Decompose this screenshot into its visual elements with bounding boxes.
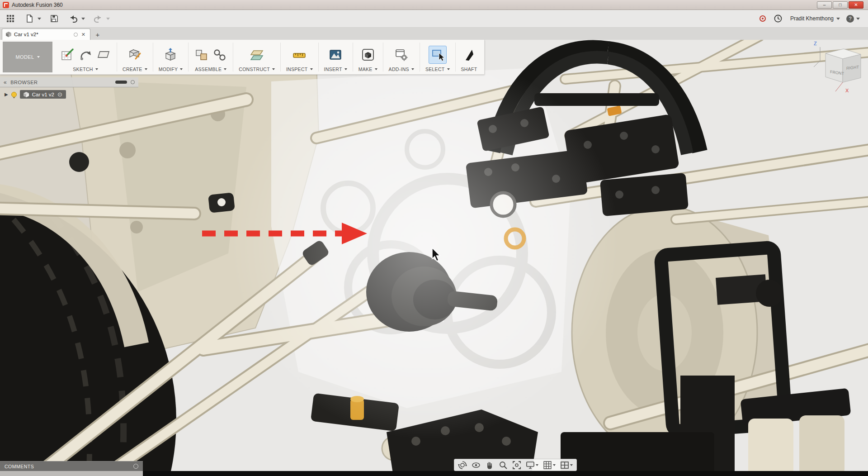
component-label: Car v1 v2: [32, 92, 54, 97]
document-tab-label: Car v1 v2*: [14, 32, 38, 37]
create-sketch-icon[interactable]: [60, 47, 75, 62]
ribbon-group-addins: ADD-INS: [384, 40, 419, 74]
create-solid-icon[interactable]: [127, 47, 142, 62]
workspace-selector[interactable]: MODEL: [3, 42, 52, 72]
expand-arrow-icon[interactable]: ▶: [5, 92, 8, 97]
file-menu-icon[interactable]: [24, 13, 35, 24]
undo-caret-icon[interactable]: [81, 18, 85, 20]
viewcube-axis-z: Z: [814, 41, 817, 46]
browser-tree-item[interactable]: ▶ Car v1 v2 ⊙: [5, 90, 66, 99]
joint-icon[interactable]: [212, 47, 227, 62]
tab-close-icon[interactable]: ✕: [80, 32, 86, 37]
quick-access-toolbar: Pradit Khemthong ?: [0, 10, 868, 28]
ribbon-group-label[interactable]: ASSEMBLE: [195, 67, 226, 72]
undo-icon[interactable]: [67, 13, 79, 24]
dropdown-caret-icon: [411, 68, 414, 70]
ribbon-group-label[interactable]: SHAFT: [461, 67, 477, 72]
browser-collapse-icon[interactable]: «: [4, 79, 7, 86]
help-caret-icon[interactable]: [856, 18, 860, 20]
apps-grid-icon[interactable]: [5, 13, 16, 24]
new-component-icon[interactable]: [194, 47, 209, 62]
shaft-icon[interactable]: [461, 47, 476, 62]
ribbon-group-label[interactable]: ADD-INS: [389, 67, 414, 72]
viewports-icon[interactable]: [560, 461, 573, 470]
fusion360-window: Autodesk Fusion 360 – □ ✕: [0, 0, 868, 476]
select-icon[interactable]: [429, 46, 447, 64]
grid-settings-icon[interactable]: [543, 461, 556, 470]
ribbon-group-sketch: SKETCH: [55, 40, 116, 74]
tab-status-icon: [74, 33, 78, 37]
browser-options-icon[interactable]: [131, 80, 135, 84]
ribbon-group-make: MAKE: [354, 40, 382, 74]
fit-icon[interactable]: [512, 461, 521, 470]
notifications-clock-icon[interactable]: [772, 13, 784, 24]
maximize-button[interactable]: □: [833, 1, 848, 9]
browser-title: BROWSER: [10, 80, 38, 85]
close-button[interactable]: ✕: [849, 1, 863, 9]
fusion-logo-icon: [3, 2, 9, 8]
ribbon-group-label[interactable]: MODIFY: [159, 67, 183, 72]
new-tab-button[interactable]: +: [93, 30, 102, 39]
ribbon-group-create: CREATE: [118, 40, 152, 74]
minimize-button[interactable]: –: [817, 1, 832, 9]
orbit-icon[interactable]: [458, 461, 467, 470]
scripts-addins-icon[interactable]: [394, 47, 409, 62]
document-tab[interactable]: Car v1 v2* ✕: [2, 29, 90, 40]
viewports-caret-icon: [570, 464, 573, 466]
ribbon-group-label[interactable]: CONSTRUCT: [239, 67, 275, 72]
sketch-plane-icon[interactable]: [96, 47, 111, 62]
make-3dprint-icon[interactable]: [360, 47, 376, 62]
viewcube-axis-x: X: [845, 88, 849, 93]
project-geometry-icon[interactable]: [78, 47, 93, 62]
display-settings-caret-icon: [536, 464, 538, 466]
help-icon[interactable]: ?: [846, 15, 854, 23]
press-pull-icon[interactable]: [163, 47, 178, 62]
ribbon-group-assemble: ASSEMBLE: [189, 40, 232, 74]
display-settings-icon[interactable]: [526, 461, 538, 470]
measure-icon[interactable]: [292, 47, 307, 62]
comments-label: COMMENTS: [5, 464, 34, 469]
user-name: Pradit Khemthong: [790, 15, 834, 22]
document-tab-bar: Car v1 v2* ✕ +: [0, 28, 868, 40]
dropdown-caret-icon: [95, 68, 98, 70]
ribbon-group-label[interactable]: SKETCH: [73, 67, 98, 72]
construction-plane-icon[interactable]: [249, 47, 264, 62]
ribbon-group-label[interactable]: INSERT: [324, 67, 347, 72]
ribbon-group-insert: INSERT: [320, 40, 352, 74]
workspace-label: MODEL: [15, 54, 34, 60]
pan-icon[interactable]: [485, 461, 494, 470]
dropdown-caret-icon: [145, 68, 147, 70]
job-status-icon[interactable]: [760, 15, 766, 22]
dropdown-caret-icon: [344, 68, 347, 70]
workspace-caret-icon: [37, 56, 40, 58]
ribbon-group-construct: CONSTRUCT: [234, 40, 279, 74]
zoom-icon[interactable]: [499, 461, 508, 470]
ribbon-group-label[interactable]: SELECT: [425, 67, 450, 72]
ribbon-group-label[interactable]: INSPECT: [286, 67, 313, 72]
browser-resize-handle[interactable]: [115, 81, 127, 84]
dropdown-caret-icon: [447, 68, 450, 70]
component-visibility-icon[interactable]: ⊙: [57, 91, 62, 97]
visibility-bulb-icon[interactable]: [11, 92, 17, 97]
redo-icon[interactable]: [92, 13, 104, 24]
viewcube[interactable]: FRONT RIGHT Z X: [812, 41, 868, 95]
user-menu[interactable]: Pradit Khemthong: [790, 15, 840, 22]
save-icon[interactable]: [48, 13, 60, 24]
timeline-strip: [143, 471, 868, 476]
grid-settings-caret-icon: [553, 464, 556, 466]
dropdown-caret-icon: [310, 68, 313, 70]
document-cube-icon: [6, 32, 11, 37]
component-cube-icon: [24, 92, 29, 97]
dropdown-caret-icon: [224, 68, 226, 70]
comments-expand-icon[interactable]: [133, 464, 138, 469]
comments-panel[interactable]: COMMENTS: [0, 461, 143, 471]
redo-caret-icon[interactable]: [106, 18, 110, 20]
window-title: Autodesk Fusion 360: [12, 2, 63, 8]
ribbon-group-label[interactable]: CREATE: [123, 67, 147, 72]
insert-image-icon[interactable]: [328, 47, 343, 62]
look-at-icon[interactable]: [472, 461, 481, 470]
file-menu-caret-icon[interactable]: [38, 18, 41, 20]
ribbon-group-select: SELECT: [421, 40, 454, 74]
ribbon-group-label[interactable]: MAKE: [359, 67, 377, 72]
dropdown-caret-icon: [375, 68, 377, 70]
